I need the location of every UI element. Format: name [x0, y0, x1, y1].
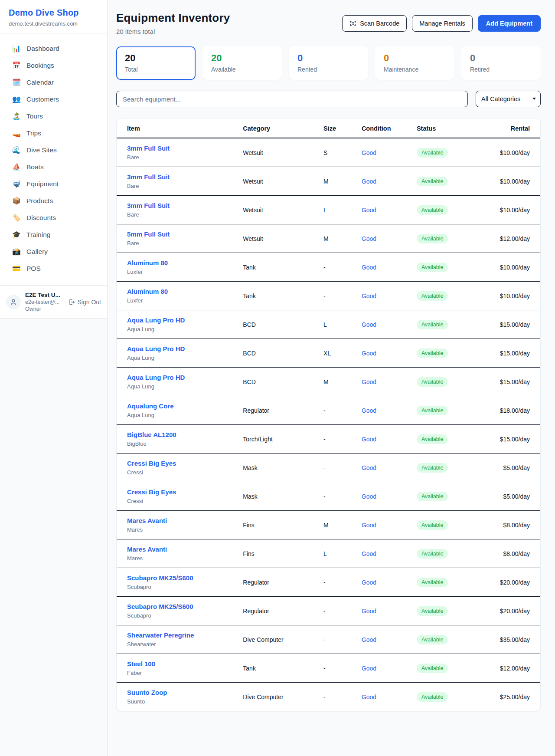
sidebar-item-customers[interactable]: 👥 Customers — [5, 91, 102, 107]
stat-card-maintenance[interactable]: 0 Maintenance — [375, 46, 454, 80]
sidebar-item-label: Boats — [26, 163, 44, 171]
sidebar-nav: 📊 Dashboard 📅 Bookings 🗓️ Calendar 👥 Cus… — [0, 33, 107, 285]
item-condition-link[interactable]: Good — [362, 378, 376, 385]
item-condition-link[interactable]: Good — [362, 694, 376, 700]
item-condition-link[interactable]: Good — [362, 550, 376, 557]
item-condition-link[interactable]: Good — [362, 665, 376, 672]
manage-rentals-button[interactable]: Manage Rentals — [412, 15, 473, 32]
item-condition-link[interactable]: Good — [362, 207, 376, 214]
status-badge: Available — [417, 291, 448, 301]
item-name-link[interactable]: 3mm Full Suit — [127, 145, 236, 152]
item-size: - — [320, 482, 358, 511]
stat-card-total[interactable]: 20 Total — [116, 46, 196, 80]
sidebar-item-boats[interactable]: ⛵ Boats — [5, 159, 102, 175]
item-name-link[interactable]: Cressi Big Eyes — [127, 488, 236, 496]
sidebar-item-trips[interactable]: 🚤 Trips — [5, 125, 102, 141]
item-condition-link[interactable]: Good — [362, 636, 376, 643]
item-category: BCD — [239, 310, 320, 339]
sidebar-item-gallery[interactable]: 📸 Gallery — [5, 243, 102, 260]
item-brand: Mares — [127, 526, 236, 533]
column-header-status: Status — [413, 118, 485, 138]
item-name-link[interactable]: Steel 100 — [127, 660, 236, 667]
item-condition-link[interactable]: Good — [362, 493, 376, 500]
item-condition-link[interactable]: Good — [362, 579, 376, 586]
search-input[interactable] — [116, 91, 468, 107]
stat-value: 0 — [384, 53, 446, 64]
item-name-link[interactable]: Scubapro MK25/S600 — [127, 603, 236, 610]
table-row: Cressi Big Eyes Cressi Mask - Good Avail… — [117, 482, 540, 511]
item-name-link[interactable]: Aqua Lung Pro HD — [127, 316, 236, 324]
item-name-link[interactable]: 3mm Full Suit — [127, 202, 236, 209]
item-name-link[interactable]: Cressi Big Eyes — [127, 460, 236, 467]
item-condition-link[interactable]: Good — [362, 264, 376, 271]
sidebar-item-training[interactable]: 🎓 Training — [5, 227, 102, 243]
sidebar-item-label: Training — [26, 231, 50, 239]
sidebar-item-label: Dashboard — [26, 45, 59, 53]
table-row: Mares Avanti Mares Fins L Good Available… — [117, 539, 540, 568]
page-header: Equipment Inventory 20 items total Scan … — [116, 11, 541, 35]
add-equipment-button[interactable]: Add Equipment — [478, 15, 541, 32]
item-name-link[interactable]: Aluminum 80 — [127, 288, 236, 295]
item-name-link[interactable]: 5mm Full Suit — [127, 230, 236, 238]
item-brand: Shearwater — [127, 641, 236, 648]
sidebar-item-label: Trips — [26, 129, 41, 137]
sign-out-button[interactable]: Sign Out — [68, 299, 101, 306]
sidebar-item-dashboard[interactable]: 📊 Dashboard — [5, 40, 102, 56]
item-name-link[interactable]: BigBlue AL1200 — [127, 431, 236, 438]
item-condition-link[interactable]: Good — [362, 321, 376, 328]
item-condition-link[interactable]: Good — [362, 464, 376, 471]
sidebar-item-products[interactable]: 📦 Products — [5, 193, 102, 209]
sidebar-item-equipment[interactable]: 🤿 Equipment — [5, 176, 102, 192]
item-size: - — [320, 454, 358, 482]
item-condition-link[interactable]: Good — [362, 235, 376, 242]
item-condition-link[interactable]: Good — [362, 522, 376, 529]
item-name-link[interactable]: 3mm Full Suit — [127, 173, 236, 181]
item-size: XL — [320, 339, 358, 368]
page-header-titles: Equipment Inventory 20 items total — [116, 11, 230, 35]
user-meta: E2E Test U... e2e-tester@... Owner — [25, 292, 64, 312]
item-condition-link[interactable]: Good — [362, 178, 376, 185]
sidebar-item-calendar[interactable]: 🗓️ Calendar — [5, 74, 102, 90]
column-header-size: Size — [320, 118, 358, 138]
status-badge: Available — [417, 463, 448, 473]
stat-value: 20 — [211, 53, 273, 64]
status-badge: Available — [417, 578, 448, 587]
item-brand: Luxfer — [127, 269, 236, 275]
item-condition-link[interactable]: Good — [362, 407, 376, 414]
item-name-link[interactable]: Mares Avanti — [127, 517, 236, 524]
scan-barcode-button[interactable]: Scan Barcode — [342, 15, 407, 32]
item-condition-link[interactable]: Good — [362, 149, 376, 156]
item-condition-link[interactable]: Good — [362, 436, 376, 443]
stat-label: Rented — [297, 66, 359, 73]
item-name-link[interactable]: Scubapro MK25/S600 — [127, 574, 236, 582]
item-brand: Bare — [127, 183, 236, 189]
sidebar: Demo Dive Shop demo.test.divestreams.com… — [0, 0, 108, 756]
sidebar-item-discounts[interactable]: 🏷️ Discounts — [5, 210, 102, 226]
item-name-link[interactable]: Shearwater Peregrine — [127, 631, 236, 639]
sidebar-item-bookings[interactable]: 📅 Bookings — [5, 57, 102, 73]
table-row: Shearwater Peregrine Shearwater Dive Com… — [117, 625, 540, 654]
item-condition-link[interactable]: Good — [362, 608, 376, 615]
item-category: BCD — [239, 368, 320, 396]
item-size: - — [320, 568, 358, 597]
table-row: BigBlue AL1200 BigBlue Torch/Light - Goo… — [117, 425, 540, 454]
sidebar-item-pos[interactable]: 💳 POS — [5, 260, 102, 276]
item-name-link[interactable]: Aqualung Core — [127, 402, 236, 410]
item-name-link[interactable]: Suunto Zoop — [127, 689, 236, 696]
item-condition-link[interactable]: Good — [362, 293, 376, 299]
sidebar-item-tours[interactable]: 🏝️ Tours — [5, 108, 102, 124]
table-row: Aqua Lung Pro HD Aqua Lung BCD L Good Av… — [117, 310, 540, 339]
item-name-link[interactable]: Aqua Lung Pro HD — [127, 345, 236, 352]
stat-card-retired[interactable]: 0 Retired — [461, 46, 541, 80]
header-actions: Scan Barcode Manage Rentals Add Equipmen… — [342, 15, 541, 32]
item-condition-link[interactable]: Good — [362, 350, 376, 357]
item-name-link[interactable]: Aluminum 80 — [127, 259, 236, 266]
item-size: M — [320, 167, 358, 196]
sidebar-item-dive-sites[interactable]: 🌊 Dive Sites — [5, 142, 102, 158]
item-name-link[interactable]: Mares Avanti — [127, 546, 236, 553]
item-category: Regulator — [239, 396, 320, 425]
category-select[interactable]: All Categories — [476, 91, 541, 107]
stat-card-available[interactable]: 20 Available — [202, 46, 282, 80]
stat-card-rented[interactable]: 0 Rented — [289, 46, 368, 80]
item-name-link[interactable]: Aqua Lung Pro HD — [127, 374, 236, 381]
